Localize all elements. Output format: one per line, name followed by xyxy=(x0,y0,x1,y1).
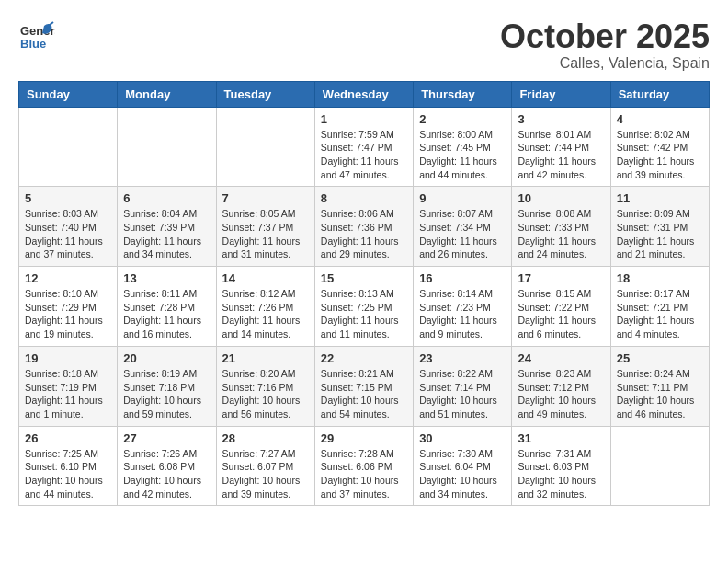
day-info: Sunrise: 8:00 AM xyxy=(419,128,506,142)
calendar-day-14: 14Sunrise: 8:12 AMSunset: 7:26 PMDayligh… xyxy=(216,267,314,347)
calendar-day-19: 19Sunrise: 8:18 AMSunset: 7:19 PMDayligh… xyxy=(19,346,118,426)
month-title: October 2025 xyxy=(500,18,710,55)
day-info: Daylight: 10 hours and 56 minutes. xyxy=(222,394,309,420)
day-number: 19 xyxy=(25,351,111,365)
day-number: 28 xyxy=(222,431,309,445)
day-number: 15 xyxy=(321,271,407,285)
day-info: Daylight: 10 hours and 46 minutes. xyxy=(617,394,703,420)
day-number: 6 xyxy=(123,191,210,205)
weekday-header-sunday: Sunday xyxy=(19,81,118,107)
day-number: 16 xyxy=(419,271,506,285)
day-info: Sunrise: 8:21 AM xyxy=(321,367,407,381)
day-number: 2 xyxy=(419,112,506,126)
calendar-day-empty xyxy=(216,107,314,187)
day-number: 3 xyxy=(518,112,604,126)
day-info: Sunrise: 8:12 AM xyxy=(222,287,309,301)
day-info: Daylight: 11 hours and 19 minutes. xyxy=(25,314,111,340)
calendar-day-9: 9Sunrise: 8:07 AMSunset: 7:34 PMDaylight… xyxy=(414,187,512,267)
calendar-day-1: 1Sunrise: 7:59 AMSunset: 7:47 PMDaylight… xyxy=(314,107,413,187)
day-number: 10 xyxy=(518,191,604,205)
calendar-day-12: 12Sunrise: 8:10 AMSunset: 7:29 PMDayligh… xyxy=(19,267,118,347)
day-info: Sunrise: 8:23 AM xyxy=(518,367,604,381)
day-info: Daylight: 10 hours and 34 minutes. xyxy=(419,474,506,500)
day-number: 24 xyxy=(518,351,604,365)
calendar-body: 1Sunrise: 7:59 AMSunset: 7:47 PMDaylight… xyxy=(19,107,710,506)
calendar-day-15: 15Sunrise: 8:13 AMSunset: 7:25 PMDayligh… xyxy=(314,267,413,347)
day-info: Daylight: 10 hours and 44 minutes. xyxy=(25,474,111,500)
calendar-week-2: 5Sunrise: 8:03 AMSunset: 7:40 PMDaylight… xyxy=(19,187,710,267)
day-info: Daylight: 10 hours and 37 minutes. xyxy=(321,474,407,500)
day-info: Sunset: 7:29 PM xyxy=(25,301,111,315)
day-info: Sunrise: 8:24 AM xyxy=(617,367,703,381)
day-info: Sunset: 7:28 PM xyxy=(123,301,210,315)
location: Calles, Valencia, Spain xyxy=(500,55,710,72)
day-info: Sunset: 7:31 PM xyxy=(617,221,703,235)
day-info: Sunrise: 7:27 AM xyxy=(222,447,309,461)
day-info: Daylight: 11 hours and 11 minutes. xyxy=(321,314,407,340)
day-info: Sunset: 7:26 PM xyxy=(222,301,309,315)
day-number: 23 xyxy=(419,351,506,365)
day-number: 18 xyxy=(617,271,703,285)
calendar-day-7: 7Sunrise: 8:05 AMSunset: 7:37 PMDaylight… xyxy=(216,187,314,267)
calendar-day-25: 25Sunrise: 8:24 AMSunset: 7:11 PMDayligh… xyxy=(610,346,709,426)
day-info: Sunset: 7:25 PM xyxy=(321,301,407,315)
day-info: Daylight: 11 hours and 37 minutes. xyxy=(25,235,111,261)
day-info: Sunset: 6:06 PM xyxy=(321,460,407,474)
day-number: 22 xyxy=(321,351,407,365)
day-info: Sunrise: 8:18 AM xyxy=(25,367,111,381)
calendar-day-28: 28Sunrise: 7:27 AMSunset: 6:07 PMDayligh… xyxy=(216,426,314,506)
day-number: 27 xyxy=(123,431,210,445)
day-number: 25 xyxy=(617,351,703,365)
calendar-day-18: 18Sunrise: 8:17 AMSunset: 7:21 PMDayligh… xyxy=(610,267,709,347)
day-info: Sunset: 7:42 PM xyxy=(617,141,703,155)
day-info: Sunrise: 8:04 AM xyxy=(123,207,210,221)
day-info: Sunset: 7:45 PM xyxy=(419,141,506,155)
calendar-week-5: 26Sunrise: 7:25 AMSunset: 6:10 PMDayligh… xyxy=(19,426,710,506)
calendar-day-10: 10Sunrise: 8:08 AMSunset: 7:33 PMDayligh… xyxy=(512,187,610,267)
day-info: Sunset: 7:14 PM xyxy=(419,381,506,395)
title-block: October 2025 Calles, Valencia, Spain xyxy=(500,18,710,72)
day-info: Daylight: 11 hours and 24 minutes. xyxy=(518,235,604,261)
day-info: Sunset: 7:37 PM xyxy=(222,221,309,235)
weekday-header-thursday: Thursday xyxy=(414,81,512,107)
calendar-day-13: 13Sunrise: 8:11 AMSunset: 7:28 PMDayligh… xyxy=(118,267,216,347)
calendar-day-11: 11Sunrise: 8:09 AMSunset: 7:31 PMDayligh… xyxy=(610,187,709,267)
day-info: Sunset: 7:16 PM xyxy=(222,381,309,395)
day-info: Sunrise: 7:28 AM xyxy=(321,447,407,461)
day-info: Sunset: 6:10 PM xyxy=(25,460,111,474)
day-info: Sunset: 7:21 PM xyxy=(617,301,703,315)
day-info: Sunset: 7:39 PM xyxy=(123,221,210,235)
day-info: Daylight: 10 hours and 54 minutes. xyxy=(321,394,407,420)
day-info: Sunset: 7:36 PM xyxy=(321,221,407,235)
day-info: Daylight: 11 hours and 34 minutes. xyxy=(123,235,210,261)
calendar-day-30: 30Sunrise: 7:30 AMSunset: 6:04 PMDayligh… xyxy=(414,426,512,506)
day-info: Daylight: 11 hours and 9 minutes. xyxy=(419,314,506,340)
day-info: Sunset: 7:11 PM xyxy=(617,381,703,395)
day-number: 9 xyxy=(419,191,506,205)
weekday-header-friday: Friday xyxy=(512,81,610,107)
calendar-week-1: 1Sunrise: 7:59 AMSunset: 7:47 PMDaylight… xyxy=(19,107,710,187)
day-number: 14 xyxy=(222,271,309,285)
day-info: Sunrise: 7:30 AM xyxy=(419,447,506,461)
day-info: Sunset: 6:03 PM xyxy=(518,460,604,474)
calendar-day-8: 8Sunrise: 8:06 AMSunset: 7:36 PMDaylight… xyxy=(314,187,413,267)
calendar-day-21: 21Sunrise: 8:20 AMSunset: 7:16 PMDayligh… xyxy=(216,346,314,426)
calendar-day-4: 4Sunrise: 8:02 AMSunset: 7:42 PMDaylight… xyxy=(610,107,709,187)
day-number: 31 xyxy=(518,431,604,445)
day-info: Sunset: 7:33 PM xyxy=(518,221,604,235)
calendar-day-empty xyxy=(118,107,216,187)
day-info: Daylight: 10 hours and 32 minutes. xyxy=(518,474,604,500)
weekday-header-wednesday: Wednesday xyxy=(314,81,413,107)
day-info: Sunset: 7:44 PM xyxy=(518,141,604,155)
calendar-day-6: 6Sunrise: 8:04 AMSunset: 7:39 PMDaylight… xyxy=(118,187,216,267)
day-info: Sunset: 7:34 PM xyxy=(419,221,506,235)
day-info: Sunset: 7:18 PM xyxy=(123,381,210,395)
day-info: Sunrise: 8:17 AM xyxy=(617,287,703,301)
day-info: Daylight: 11 hours and 47 minutes. xyxy=(321,155,407,181)
day-info: Sunrise: 7:26 AM xyxy=(123,447,210,461)
day-info: Sunrise: 8:14 AM xyxy=(419,287,506,301)
day-number: 29 xyxy=(321,431,407,445)
calendar-day-3: 3Sunrise: 8:01 AMSunset: 7:44 PMDaylight… xyxy=(512,107,610,187)
day-number: 12 xyxy=(25,271,111,285)
day-info: Daylight: 11 hours and 6 minutes. xyxy=(518,314,604,340)
